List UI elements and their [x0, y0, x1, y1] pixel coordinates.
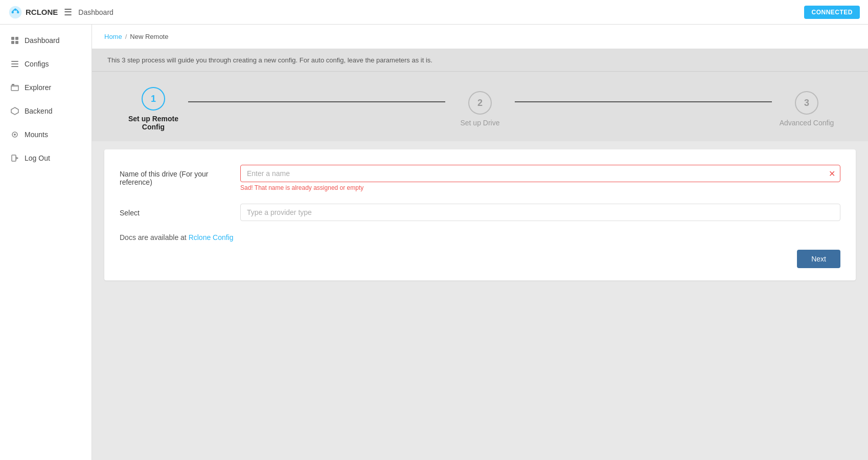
sidebar-label-dashboard: Dashboard: [25, 36, 60, 45]
svg-rect-4: [11, 37, 14, 40]
form-card: Name of this drive (For your reference) …: [104, 149, 856, 280]
sidebar-label-backend: Backend: [25, 107, 52, 115]
step-1-label: Set up RemoteConfig: [128, 115, 178, 131]
svg-point-15: [14, 134, 16, 136]
docs-text: Docs are available at: [120, 233, 189, 242]
step-2-circle: 2: [468, 91, 492, 115]
sidebar-label-mounts: Mounts: [25, 130, 48, 139]
sidebar: Dashboard Configs Explorer Backend Mount…: [0, 25, 92, 460]
breadcrumb: Home / New Remote: [92, 25, 868, 49]
logo-text: RCLONE: [26, 8, 58, 16]
step-2: 2 Set up Drive: [449, 91, 511, 127]
drive-name-row: Name of this drive (For your reference) …: [120, 165, 840, 191]
drive-name-label: Name of this drive (For your reference): [120, 165, 232, 186]
sidebar-label-logout: Log Out: [25, 154, 50, 162]
step-1-circle: 1: [142, 87, 165, 111]
step-info-bar: This 3 step process will guide you throu…: [92, 49, 868, 72]
svg-rect-10: [11, 66, 18, 67]
breadcrumb-separator: /: [125, 33, 127, 40]
docs-link[interactable]: Rclone Config: [189, 233, 234, 242]
svg-rect-16: [12, 155, 16, 161]
logout-icon: [10, 154, 19, 163]
next-button[interactable]: Next: [797, 250, 840, 268]
svg-rect-12: [12, 84, 14, 85]
clear-drive-name-icon[interactable]: ✕: [829, 169, 835, 179]
svg-point-0: [9, 6, 22, 18]
svg-point-1: [12, 11, 14, 13]
form-footer: Next: [120, 250, 840, 268]
sidebar-item-explorer[interactable]: Explorer: [0, 76, 92, 99]
step-3-circle: 3: [795, 91, 818, 115]
connected-badge: CONNECTED: [804, 6, 860, 19]
svg-rect-6: [11, 41, 14, 44]
step-connector-1-2: [188, 101, 445, 102]
topbar-title: Dashboard: [78, 8, 113, 16]
configs-icon: [10, 59, 19, 69]
stepper: 1 Set up RemoteConfig 2 Set up Drive: [92, 72, 868, 141]
sidebar-item-logout[interactable]: Log Out: [0, 146, 92, 170]
main-content: Home / New Remote This 3 step process wi…: [92, 25, 868, 460]
step-1: 1 Set up RemoteConfig: [123, 87, 184, 131]
sidebar-item-configs[interactable]: Configs: [0, 52, 92, 76]
drive-name-input-wrapper: ✕: [240, 165, 840, 182]
svg-rect-9: [11, 63, 18, 64]
breadcrumb-current: New Remote: [130, 33, 168, 40]
topbar-left: RCLONE ☰ Dashboard: [8, 5, 113, 19]
drive-name-field: ✕ Sad! That name is already assigned or …: [240, 165, 840, 191]
select-field: [240, 204, 840, 221]
svg-rect-8: [11, 61, 18, 62]
sidebar-item-backend[interactable]: Backend: [0, 99, 92, 123]
svg-rect-7: [15, 41, 18, 44]
app-body: Dashboard Configs Explorer Backend Mount…: [0, 25, 868, 460]
topbar: RCLONE ☰ Dashboard CONNECTED: [0, 0, 868, 25]
step-connector-2-3: [515, 101, 772, 102]
select-row: Select: [120, 204, 840, 221]
step-3-label: Advanced Config: [780, 119, 834, 127]
step-2-label: Set up Drive: [460, 119, 499, 127]
content-area: This 3 step process will guide you throu…: [92, 49, 868, 460]
svg-rect-5: [15, 37, 18, 40]
sidebar-item-mounts[interactable]: Mounts: [0, 123, 92, 146]
drive-name-error: Sad! That name is already assigned or em…: [240, 184, 840, 191]
menu-icon[interactable]: ☰: [64, 7, 72, 18]
step-info-text: This 3 step process will guide you throu…: [107, 56, 432, 64]
drive-name-input[interactable]: [240, 165, 840, 182]
provider-type-input[interactable]: [240, 204, 840, 221]
sidebar-item-dashboard[interactable]: Dashboard: [0, 29, 92, 52]
explorer-icon: [10, 83, 19, 92]
sidebar-label-configs: Configs: [25, 60, 49, 68]
mounts-icon: [10, 130, 19, 139]
step-3: 3 Advanced Config: [776, 91, 837, 127]
sidebar-label-explorer: Explorer: [25, 83, 51, 92]
svg-point-3: [14, 8, 16, 10]
breadcrumb-home[interactable]: Home: [104, 33, 122, 40]
docs-row: Docs are available at Rclone Config: [120, 233, 840, 242]
logo-icon: [8, 5, 22, 19]
logo: RCLONE: [8, 5, 58, 19]
svg-point-2: [17, 11, 19, 13]
svg-marker-13: [11, 107, 18, 115]
select-label: Select: [120, 204, 232, 217]
dashboard-icon: [10, 36, 19, 45]
backend-icon: [10, 106, 19, 116]
